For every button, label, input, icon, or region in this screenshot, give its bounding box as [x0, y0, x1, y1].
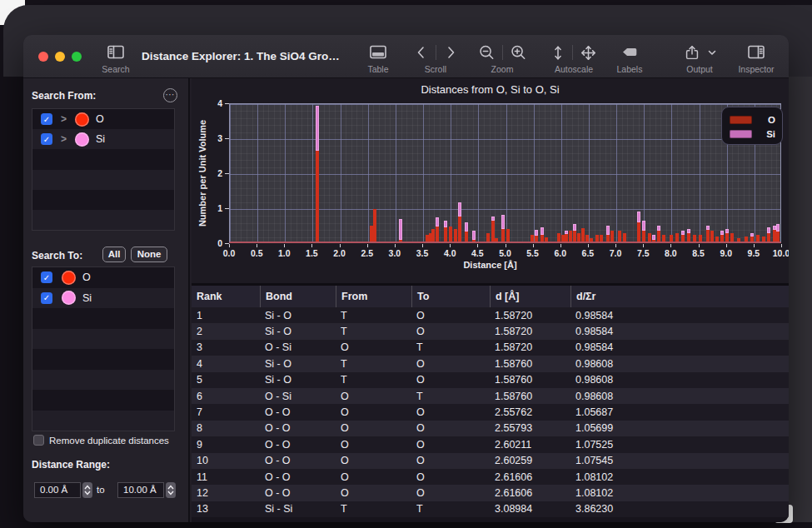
toolbar-divider	[502, 45, 503, 60]
range-to-stepper[interactable]	[166, 482, 176, 498]
remove-duplicates-checkbox[interactable]	[33, 435, 44, 446]
y-tick-mark	[225, 243, 229, 244]
table-row[interactable]: 8O - OOO2.557931.05699	[192, 421, 789, 436]
inspector-icon[interactable]	[746, 42, 766, 62]
disclosure-chevron-icon[interactable]: >	[61, 133, 67, 145]
table-row[interactable]: 7O - OOO2.557621.05687	[192, 404, 789, 420]
table-header-cell[interactable]: Rank	[192, 286, 260, 307]
table-cell: 13	[192, 503, 260, 515]
toolbar-labels[interactable]: Labels	[610, 42, 649, 74]
zoom-out-icon[interactable]	[477, 43, 496, 62]
search-to-label: Search To:	[32, 250, 82, 262]
window-close-button[interactable]	[38, 52, 48, 62]
range-from-stepper[interactable]	[82, 482, 92, 498]
atom-list-row	[32, 390, 174, 411]
table-cell: T	[411, 341, 490, 353]
toolbar-search-label: Search	[102, 64, 129, 74]
range-from-field[interactable]: 0.00 Å	[34, 482, 81, 498]
toolbar-search[interactable]: Search	[97, 42, 135, 74]
table-row[interactable]: 5Si - OTO1.587600.98608	[192, 372, 789, 388]
table-header-cell[interactable]: d [Å]	[490, 286, 570, 307]
output-share-icon[interactable]	[683, 43, 701, 62]
atom-list-row	[32, 349, 174, 370]
table-cell: O	[411, 406, 490, 418]
none-button[interactable]: None	[131, 247, 167, 262]
histogram-bar-o	[573, 231, 576, 242]
ellipsis-menu-icon[interactable]: ⋯	[163, 88, 177, 102]
table-row[interactable]: 6O - SiOT1.587600.98608	[192, 388, 789, 404]
atom-checkbox[interactable]: ✓	[41, 113, 52, 125]
histogram-bar-si	[637, 212, 640, 222]
y-tick-label: 0	[197, 238, 222, 248]
histogram-bar-o	[762, 237, 765, 242]
zoom-in-icon[interactable]	[509, 43, 528, 62]
scroll-left-icon[interactable]	[413, 43, 430, 62]
table-cell: 1.58720	[490, 341, 570, 353]
search-sidebar-icon[interactable]	[106, 42, 126, 62]
histogram-bar-o	[710, 231, 714, 242]
x-tick-mark	[395, 244, 396, 247]
window-minimize-button[interactable]	[55, 52, 65, 62]
table-header-cell[interactable]: From	[336, 286, 411, 307]
x-tick-label: 5.0	[493, 248, 518, 258]
table-row[interactable]: 11O - OOO2.616061.08102	[192, 469, 789, 485]
histogram-bar-si	[652, 235, 655, 240]
atom-list-row[interactable]: ✓O	[32, 267, 174, 288]
atom-checkbox[interactable]: ✓	[41, 271, 52, 283]
table-row[interactable]: 3O - SiOT1.587200.98584	[192, 340, 789, 356]
toolbar-inspector[interactable]: Inspector	[731, 42, 781, 74]
legend-swatch-si	[730, 130, 752, 138]
window-title: Distance Explorer: 1. The SiO4 Gro…	[142, 50, 340, 62]
table-row[interactable]: 4Si - OTO1.587600.98608	[192, 356, 789, 371]
histogram-bar-si	[720, 231, 724, 234]
table-row[interactable]: 1Si - OTO1.587200.98584	[192, 307, 789, 323]
atom-list-row[interactable]: ✓>Si	[32, 129, 174, 149]
table-row[interactable]: 13Si - SiTT3.089843.86230	[192, 501, 789, 517]
table-header-cell[interactable]: d/Σr	[570, 286, 789, 307]
table-cell: 7	[192, 406, 260, 418]
histogram-bar-o	[745, 237, 748, 242]
table-cell: Si - O	[260, 310, 336, 321]
toolbar-divider	[436, 45, 436, 60]
y-tick-mark	[225, 173, 229, 174]
x-tick-label: 9.0	[714, 248, 739, 258]
autoscale-vertical-icon[interactable]	[550, 43, 566, 62]
titlebar: Search Distance Explorer: 1. The SiO4 Gr…	[23, 35, 789, 78]
table-cell: 2.60259	[490, 455, 570, 466]
legend-label-si: Si	[752, 129, 775, 139]
table-header-cell[interactable]: Bond	[260, 286, 336, 307]
atom-list-row[interactable]: ✓>O	[32, 109, 174, 129]
chevron-down-icon[interactable]	[707, 47, 717, 57]
table-row[interactable]: 12O - OOO2.616061.08102	[192, 485, 789, 501]
x-tick-label: 1.0	[271, 248, 296, 258]
table-cell: 3.86230	[570, 503, 789, 515]
table-row[interactable]: 9O - OOO2.602111.07525	[192, 436, 789, 452]
table-row[interactable]: 2Si - OTO1.587200.98584	[192, 323, 789, 339]
scroll-right-icon[interactable]	[442, 43, 459, 62]
window-zoom-button[interactable]	[72, 52, 82, 62]
distance-table: RankBondFromTod [Å]d/Σr 1Si - OTO1.58720…	[192, 283, 789, 522]
histogram-bar-o	[436, 227, 439, 242]
toolbar-zoom: Zoom	[471, 42, 533, 74]
x-tick-label: 4.0	[437, 248, 462, 258]
atom-checkbox[interactable]: ✓	[41, 292, 52, 304]
histogram-bar-o	[693, 235, 696, 242]
histogram-bar-si	[725, 229, 729, 233]
labels-tag-icon[interactable]	[620, 42, 640, 62]
autoscale-move-icon[interactable]	[579, 43, 598, 62]
atom-list-row[interactable]: ✓Si	[32, 288, 174, 309]
toolbar-table-label: Table	[367, 64, 388, 74]
disclosure-chevron-icon[interactable]: >	[61, 113, 67, 125]
toolbar-table[interactable]: Table	[360, 42, 396, 74]
toolbar-output[interactable]: Output	[677, 42, 722, 74]
table-row[interactable]: 10O - OOO2.602591.07545	[192, 453, 789, 469]
all-button[interactable]: All	[102, 247, 126, 262]
range-to-field[interactable]: 10.00 Å	[117, 482, 164, 498]
table-cell: 12	[192, 487, 260, 499]
table-cell: 5	[192, 374, 260, 386]
histogram-bar-o	[454, 229, 457, 242]
table-header-cell[interactable]: To	[411, 286, 490, 307]
atom-checkbox[interactable]: ✓	[41, 133, 52, 145]
table-icon[interactable]	[368, 42, 388, 62]
histogram-plot[interactable]	[229, 103, 781, 243]
